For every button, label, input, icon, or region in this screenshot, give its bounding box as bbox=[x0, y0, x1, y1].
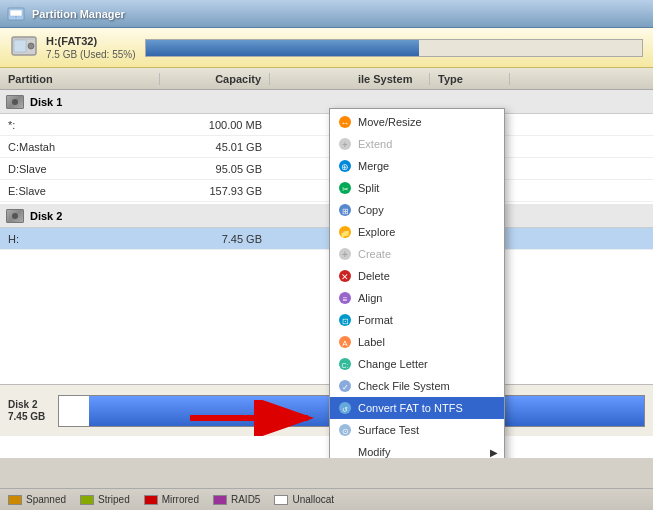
context-menu: ↔ Move/Resize + Extend ⊕ Merge ✂ Split ⊞ bbox=[329, 108, 505, 458]
menu-item-label: Modify bbox=[358, 446, 390, 458]
extend-icon: + bbox=[336, 135, 354, 153]
svg-rect-4 bbox=[14, 40, 26, 52]
menu-item-format[interactable]: ⊡ Format bbox=[330, 309, 504, 331]
table-row[interactable]: D:Slave 95.05 GB 7 NTFS Logical bbox=[0, 158, 653, 180]
menu-item-copy[interactable]: ⊞ Copy bbox=[330, 199, 504, 221]
menu-item-label: Label bbox=[358, 336, 385, 348]
main-area: Partition Capacity ile System Type Disk … bbox=[0, 68, 653, 458]
label-icon: A bbox=[336, 333, 354, 351]
disk-seg-unallocated bbox=[59, 396, 89, 426]
menu-item-change-letter[interactable]: C: Change Letter bbox=[330, 353, 504, 375]
table-row[interactable]: H: 7.45 GB FAT32 Primary bbox=[0, 228, 653, 250]
svg-text:C:: C: bbox=[342, 362, 349, 369]
th-partition: Partition bbox=[0, 73, 160, 85]
app-icon bbox=[6, 4, 26, 24]
title-bar: Partition Manager bbox=[0, 0, 653, 28]
menu-item-surface-test[interactable]: ⊙ Surface Test bbox=[330, 419, 504, 441]
status-item-mirrored: Mirrored bbox=[144, 494, 199, 505]
disk2-header: Disk 2 bbox=[0, 204, 653, 228]
disk-viz-area: Disk 27.45 GB H:7.45 GB FAT32 bbox=[0, 384, 653, 436]
svg-rect-1 bbox=[10, 10, 22, 16]
td-capacity: 7.45 GB bbox=[160, 233, 270, 245]
svg-text:≡: ≡ bbox=[343, 295, 348, 304]
move-icon: ↔ bbox=[336, 113, 354, 131]
svg-text:↺: ↺ bbox=[342, 406, 348, 413]
menu-item-modify[interactable]: Modify ▶ bbox=[330, 441, 504, 458]
status-item-spanned: Spanned bbox=[8, 494, 66, 505]
status-label-spanned: Spanned bbox=[26, 494, 66, 505]
create-icon: + bbox=[336, 245, 354, 263]
menu-item-label: Explore bbox=[358, 226, 395, 238]
th-capacity: Capacity bbox=[160, 73, 270, 85]
merge-icon: ⊕ bbox=[336, 157, 354, 175]
disk-info-label: H:(FAT32) bbox=[46, 35, 135, 47]
checkfile-icon: ✓ bbox=[336, 377, 354, 395]
menu-item-label: Surface Test bbox=[358, 424, 419, 436]
menu-item-label: Align bbox=[358, 292, 382, 304]
disk1-label: Disk 1 bbox=[30, 96, 62, 108]
table-row[interactable]: *: 100.00 MB 30 NTFS Primary bbox=[0, 114, 653, 136]
disk-bar-fill bbox=[146, 40, 419, 56]
status-item-striped: Striped bbox=[80, 494, 130, 505]
td-partition: E:Slave bbox=[0, 185, 160, 197]
svg-text:↔: ↔ bbox=[341, 118, 350, 128]
svg-text:✂: ✂ bbox=[342, 185, 349, 194]
legend-striped bbox=[80, 495, 94, 505]
table-row[interactable]: E:Slave 157.93 GB 11 NTFS Logical bbox=[0, 180, 653, 202]
td-partition: C:Mastah bbox=[0, 141, 160, 153]
status-label-unallocated: Unallocat bbox=[292, 494, 334, 505]
table-header: Partition Capacity ile System Type bbox=[0, 68, 653, 90]
disk-info-bar: H:(FAT32) 7.5 GB (Used: 55%) bbox=[0, 28, 653, 68]
modify-icon bbox=[336, 443, 354, 458]
menu-item-split[interactable]: ✂ Split bbox=[330, 177, 504, 199]
svg-text:⊙: ⊙ bbox=[342, 427, 349, 436]
menu-item-label: Format bbox=[358, 314, 393, 326]
status-bar: Spanned Striped Mirrored RAID5 Unallocat bbox=[0, 488, 653, 510]
td-capacity: 100.00 MB bbox=[160, 119, 270, 131]
menu-item-convert-fat[interactable]: ↺ Convert FAT to NTFS bbox=[330, 397, 504, 419]
status-item-unallocated: Unallocat bbox=[274, 494, 334, 505]
copy-icon: ⊞ bbox=[336, 201, 354, 219]
align-icon: ≡ bbox=[336, 289, 354, 307]
menu-item-check-file[interactable]: ✓ Check File System bbox=[330, 375, 504, 397]
table-row[interactable]: C:Mastah 45.01 GB 2 NTFS Primary bbox=[0, 136, 653, 158]
legend-mirrored bbox=[144, 495, 158, 505]
status-item-raid5: RAID5 bbox=[213, 494, 260, 505]
menu-item-label: Merge bbox=[358, 160, 389, 172]
disk2-icon bbox=[6, 209, 24, 223]
menu-item-move-resize[interactable]: ↔ Move/Resize bbox=[330, 111, 504, 133]
disk-icon-large bbox=[10, 34, 38, 61]
menu-item-label: Check File System bbox=[358, 380, 450, 392]
disk-info-size: 7.5 GB (Used: 55%) bbox=[46, 49, 135, 60]
explore-icon: 📁 bbox=[336, 223, 354, 241]
svg-text:⊞: ⊞ bbox=[342, 207, 349, 216]
menu-item-extend[interactable]: + Extend bbox=[330, 133, 504, 155]
menu-item-label: Convert FAT to NTFS bbox=[358, 402, 463, 414]
disk1-header: Disk 1 bbox=[0, 90, 653, 114]
td-partition: H: bbox=[0, 233, 160, 245]
menu-item-create[interactable]: + Create bbox=[330, 243, 504, 265]
legend-spanned bbox=[8, 495, 22, 505]
svg-point-2 bbox=[15, 16, 17, 18]
menu-item-label[interactable]: A Label bbox=[330, 331, 504, 353]
menu-item-delete[interactable]: ✕ Delete bbox=[330, 265, 504, 287]
changeletter-icon: C: bbox=[336, 355, 354, 373]
delete-icon: ✕ bbox=[336, 267, 354, 285]
menu-item-explore[interactable]: 📁 Explore bbox=[330, 221, 504, 243]
td-capacity: 45.01 GB bbox=[160, 141, 270, 153]
menu-item-label: Split bbox=[358, 182, 379, 194]
legend-raid5 bbox=[213, 495, 227, 505]
disk1-icon bbox=[6, 95, 24, 109]
th-type: Type bbox=[430, 73, 510, 85]
svg-text:+: + bbox=[342, 249, 348, 260]
submenu-arrow: ▶ bbox=[490, 447, 498, 458]
menu-item-label: Move/Resize bbox=[358, 116, 422, 128]
status-label-striped: Striped bbox=[98, 494, 130, 505]
menu-item-label: Delete bbox=[358, 270, 390, 282]
td-capacity: 95.05 GB bbox=[160, 163, 270, 175]
title-text: Partition Manager bbox=[32, 8, 125, 20]
menu-item-align[interactable]: ≡ Align bbox=[330, 287, 504, 309]
svg-text:✓: ✓ bbox=[342, 383, 349, 392]
svg-text:A: A bbox=[342, 339, 348, 348]
menu-item-merge[interactable]: ⊕ Merge bbox=[330, 155, 504, 177]
